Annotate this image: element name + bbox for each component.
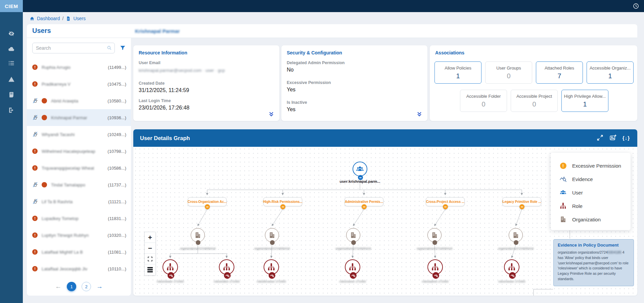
- excessive-permission-icon: !: [32, 216, 38, 221]
- alert-triangle-icon[interactable]: [8, 76, 15, 83]
- filter-icon[interactable]: [120, 45, 126, 51]
- stat-accessible-folder[interactable]: Accessible Folder 0: [460, 90, 507, 112]
- prev-page-arrow[interactable]: ←: [55, 283, 61, 290]
- user-list-item[interactable]: Lif Ta B Rashrta (11121...): [27, 193, 131, 210]
- expand-chevron-icon[interactable]: [268, 111, 275, 118]
- field-value: No: [287, 67, 422, 73]
- user-list-item[interactable]: ! Trquwanqqpjwcelap Wheat (10586...): [27, 160, 131, 176]
- graph-organization-node[interactable]: [265, 228, 279, 242]
- user-list-item[interactable]: ! Lataffaal Mighttf La B (11081...): [27, 244, 131, 260]
- evidence-badge-icon[interactable]: [269, 272, 275, 279]
- graph-user-node[interactable]: [353, 162, 367, 176]
- collapse-badge[interactable]: [351, 240, 356, 245]
- evidence-badge-icon[interactable]: [224, 272, 231, 279]
- collapse-badge[interactable]: [362, 204, 367, 209]
- clock-icon[interactable]: [633, 3, 639, 9]
- collapse-badge[interactable]: [514, 240, 518, 245]
- user-icon: [356, 165, 364, 173]
- collapse-badge[interactable]: [443, 204, 448, 209]
- list-icon[interactable]: [8, 60, 15, 67]
- export-image-icon[interactable]: [609, 134, 617, 141]
- collapse-badge[interactable]: [196, 240, 200, 245]
- user-list-item[interactable]: ! Lupadkey Tometop (11831...): [27, 210, 131, 227]
- graph-permission-node[interactable]: High-Risk Permissions...: [263, 197, 302, 206]
- page-1-button[interactable]: 1: [67, 282, 76, 291]
- breadcrumb: Dashboard / Users: [30, 15, 86, 22]
- collapse-badge[interactable]: [205, 204, 210, 209]
- user-count: (11081...): [108, 250, 126, 255]
- legend-item: Role: [559, 199, 631, 213]
- graph-permission-node[interactable]: Administrative Permis...: [344, 197, 383, 206]
- user-list-item[interactable]: Abrid Arawpta (10580...): [27, 92, 131, 109]
- graph-permission-node[interactable]: Legacy Primitive Role ...: [502, 197, 541, 206]
- visibility-icon[interactable]: [8, 30, 15, 37]
- graph-role-node[interactable]: [264, 259, 279, 275]
- user-list-item[interactable]: Whyandi Tacashi (10249...): [27, 126, 131, 143]
- search-input[interactable]: [32, 43, 115, 53]
- user-list-item[interactable]: ! Lupttyn Titrwqpt Rubhyn (10320...): [27, 227, 131, 244]
- hand-slash-icon: [32, 131, 39, 138]
- cloud-icon[interactable]: [8, 46, 15, 52]
- expand-chevron-icon[interactable]: [416, 111, 423, 118]
- pagination: ← 1 2 →: [27, 279, 131, 294]
- graph-organization-node[interactable]: [509, 228, 523, 242]
- download-json-icon[interactable]: {↓}: [623, 135, 630, 141]
- user-list: ! Ruphia Arrugio (11499...) ! Pradikarre…: [27, 59, 131, 277]
- stat-accessible-project[interactable]: Accessible Project 0: [511, 90, 558, 112]
- user-count: (10249...): [107, 132, 126, 137]
- graph-role-node[interactable]: [163, 259, 178, 275]
- collapse-badge[interactable]: [519, 204, 524, 209]
- stat-user-groups[interactable]: User Groups 0: [485, 61, 532, 84]
- user-list-item[interactable]: ! Lataffaal Jeoceqqbb Jlv (10110...): [27, 260, 131, 277]
- evidence-tooltip-body: organization organizations/27249304185 4…: [558, 250, 630, 282]
- stat-attached-roles[interactable]: Attached Roles 7: [536, 61, 583, 84]
- role-label-blurred: roles/viewer 272493: [498, 280, 525, 283]
- fit-view-button[interactable]: [145, 254, 155, 264]
- breadcrumb-dashboard[interactable]: Dashboard: [37, 16, 60, 21]
- user-list-item[interactable]: ! Wilhelmed Hacatepuqeteap (10798...): [27, 143, 131, 160]
- stat-high-privilege-allow[interactable]: High Privilege Allow... 1: [561, 90, 608, 112]
- zoom-out-button[interactable]: −: [145, 243, 155, 254]
- layout-menu-button[interactable]: [145, 264, 155, 275]
- user-list-item-selected[interactable]: Krishnapal Parmar (10936...): [27, 109, 131, 126]
- fullscreen-icon[interactable]: [596, 134, 604, 141]
- graph-role-node[interactable]: [345, 259, 360, 275]
- graph-role-node[interactable]: [427, 259, 443, 275]
- breadcrumb-users[interactable]: Users: [73, 16, 86, 21]
- graph-canvas[interactable]: user:krishnapal.parm... Cross-Organizati…: [133, 147, 637, 296]
- tooltip-blurred-id: 9304185: [608, 250, 622, 254]
- graph-organization-node[interactable]: [191, 228, 205, 242]
- stat-accessible-organizations[interactable]: Accessible Organiz... 1: [587, 61, 634, 84]
- logout-icon[interactable]: [8, 107, 15, 114]
- evidence-badge-icon[interactable]: [432, 272, 439, 279]
- stat-allow-policies[interactable]: Allow Policies 1: [434, 61, 481, 84]
- excessive-permission-icon: !: [32, 165, 38, 171]
- graph-permission-node[interactable]: Cross-Organization Ac...: [188, 197, 227, 206]
- collapse-badge[interactable]: [280, 204, 285, 209]
- evidence-badge-icon[interactable]: [509, 272, 516, 279]
- graph-role-node[interactable]: [219, 259, 234, 275]
- next-page-arrow[interactable]: →: [96, 283, 103, 290]
- user-list-item[interactable]: Tindal Tamalappo (11737...): [27, 176, 131, 193]
- graph-organization-node[interactable]: [427, 228, 442, 242]
- user-list-item[interactable]: ! Ruphia Arrugio (11499...): [27, 59, 131, 76]
- user-count: (11831...): [108, 216, 126, 221]
- graph-permission-node[interactable]: Cross-Project Access ...: [426, 197, 465, 206]
- evidence-badge-icon[interactable]: [168, 272, 174, 279]
- evidence-badge-icon[interactable]: [350, 272, 357, 279]
- collapse-badge[interactable]: [270, 240, 275, 245]
- user-details-graph-card: User Details Graph {↓}: [133, 129, 637, 296]
- user-count: (10580...): [107, 98, 126, 103]
- graph-role-node[interactable]: [504, 259, 519, 275]
- page-2-button[interactable]: 2: [82, 282, 91, 291]
- hand-slash-icon: [32, 114, 39, 121]
- user-count: (11737...): [108, 182, 126, 187]
- graph-organization-node[interactable]: [346, 228, 360, 242]
- book-icon[interactable]: [8, 91, 15, 98]
- role-label-blurred: roles/admin 272493: [422, 280, 448, 283]
- organization-icon: [559, 216, 567, 223]
- user-list-item[interactable]: ! Pradikarreya V (10475...): [27, 76, 131, 92]
- panel-title: Resource Information: [139, 50, 274, 55]
- collapse-badge[interactable]: [432, 240, 437, 245]
- zoom-in-button[interactable]: +: [145, 232, 155, 243]
